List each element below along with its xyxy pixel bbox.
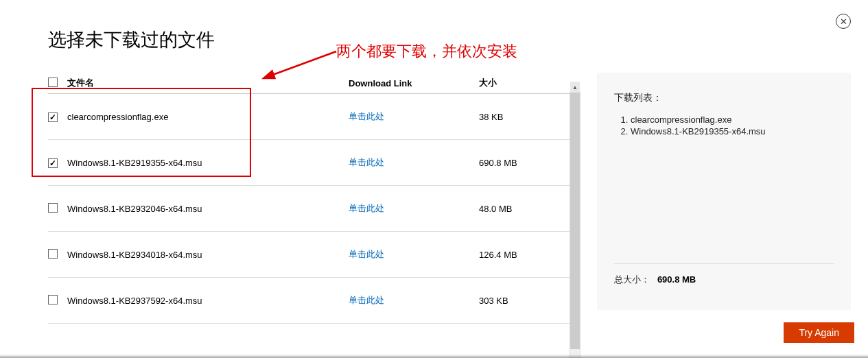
table-row: Windows8.1-KB2919355-x64.msu单击此处690.8 MB xyxy=(48,140,576,186)
table-row: clearcompressionflag.exe单击此处38 KB xyxy=(48,94,576,140)
file-size: 126.4 MB xyxy=(479,250,561,260)
header-size: 大小 xyxy=(479,77,561,89)
file-size: 690.8 MB xyxy=(479,158,561,168)
bottom-shadow xyxy=(0,355,868,358)
file-size: 303 KB xyxy=(479,296,561,306)
download-link[interactable]: 单击此处 xyxy=(349,203,384,213)
row-checkbox[interactable] xyxy=(48,112,58,122)
row-checkbox[interactable] xyxy=(48,203,58,213)
header-filename: 文件名 xyxy=(67,77,349,89)
table-header-row: 文件名 Download Link 大小 xyxy=(48,73,576,94)
download-list-item: clearcompressionflag.exe xyxy=(631,114,834,126)
row-checkbox[interactable] xyxy=(48,295,58,305)
file-name: Windows8.1-KB2932046-x64.msu xyxy=(67,204,349,214)
download-list-item: Windows8.1-KB2919355-x64.msu xyxy=(631,126,834,137)
row-checkbox[interactable] xyxy=(48,158,58,168)
download-link[interactable]: 单击此处 xyxy=(349,295,384,305)
scroll-up-icon[interactable]: ▲ xyxy=(570,82,580,93)
table-row: Windows8.1-KB2937592-x64.msu单击此处303 KB xyxy=(48,278,576,324)
select-all-checkbox[interactable] xyxy=(48,77,58,87)
download-list: clearcompressionflag.exeWindows8.1-KB291… xyxy=(614,114,834,137)
scrollbar[interactable]: ▲ ▼ xyxy=(570,92,580,358)
file-name: Windows8.1-KB2934018-x64.msu xyxy=(67,250,349,260)
download-link[interactable]: 单击此处 xyxy=(349,111,384,121)
download-list-panel: 下载列表： clearcompressionflag.exeWindows8.1… xyxy=(597,73,851,310)
download-list-title: 下载列表： xyxy=(614,92,834,104)
file-name: clearcompressionflag.exe xyxy=(67,112,349,122)
total-size-row: 总大小： 690.8 MB xyxy=(614,263,834,286)
table-row: Windows8.1-KB2932046-x64.msu单击此处48.0 MB xyxy=(48,186,576,232)
file-size: 48.0 MB xyxy=(479,204,561,214)
total-size-value: 690.8 MB xyxy=(657,274,696,285)
page-title: 选择未下载过的文件 xyxy=(48,27,854,52)
file-size: 38 KB xyxy=(479,112,561,122)
download-link[interactable]: 单击此处 xyxy=(349,249,384,259)
file-name: Windows8.1-KB2937592-x64.msu xyxy=(67,296,349,306)
total-size-label: 总大小： xyxy=(614,274,650,285)
try-again-button[interactable]: Try Again xyxy=(784,322,854,343)
table-row: Windows8.1-KB2934018-x64.msu单击此处126.4 MB xyxy=(48,232,576,278)
row-checkbox[interactable] xyxy=(48,249,58,259)
file-table: 文件名 Download Link 大小 clearcompressionfla… xyxy=(48,73,576,324)
download-link[interactable]: 单击此处 xyxy=(349,157,384,167)
file-name: Windows8.1-KB2919355-x64.msu xyxy=(67,158,349,168)
scrollbar-thumb[interactable] xyxy=(570,93,580,349)
header-download-link: Download Link xyxy=(349,78,479,88)
